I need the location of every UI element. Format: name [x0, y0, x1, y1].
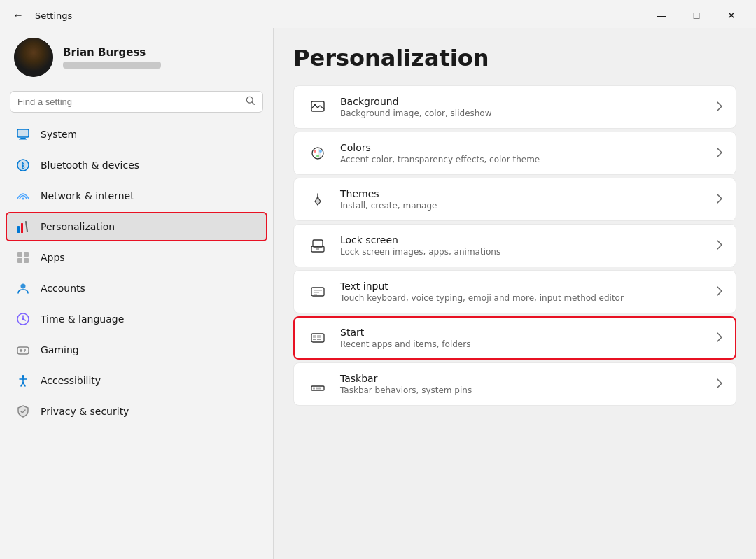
sidebar-item-time[interactable]: Time & language: [6, 304, 267, 334]
minimize-button[interactable]: —: [645, 4, 678, 27]
settings-item-themes[interactable]: ThemesInstall, create, manage: [293, 178, 736, 221]
sidebar-item-apps[interactable]: Apps: [6, 243, 267, 272]
svg-point-20: [22, 318, 24, 320]
chevron-icon-themes: [716, 193, 723, 206]
content-area: Personalization BackgroundBackground ima…: [274, 28, 756, 559]
settings-item-text-lockscreen: Lock screenLock screen images, apps, ani…: [340, 234, 705, 257]
svg-rect-10: [18, 226, 20, 233]
svg-rect-44: [312, 288, 324, 296]
svg-line-30: [23, 383, 25, 386]
svg-rect-5: [19, 139, 27, 140]
apps-icon: [15, 250, 31, 265]
svg-rect-3: [18, 129, 29, 137]
settings-item-colors[interactable]: ColorsAccent color, transparency effects…: [293, 132, 736, 175]
settings-item-text-textinput: Text inputTouch keyboard, voice typing, …: [340, 281, 705, 303]
settings-item-textinput[interactable]: Text inputTouch keyboard, voice typing, …: [293, 270, 736, 313]
sidebar-item-privacy[interactable]: Privacy & security: [6, 397, 267, 426]
settings-item-taskbar[interactable]: TaskbarTaskbar behaviors, system pins: [293, 362, 736, 406]
svg-point-36: [314, 150, 316, 153]
avatar-image: [14, 38, 53, 77]
settings-item-title-start: Start: [340, 327, 705, 338]
svg-point-39: [317, 197, 319, 199]
privacy-icon: [15, 404, 31, 419]
settings-item-desc-taskbar: Taskbar behaviors, system pins: [340, 385, 705, 395]
settings-item-lockscreen[interactable]: Lock screenLock screen images, apps, ani…: [293, 224, 736, 267]
svg-rect-55: [316, 388, 318, 390]
sidebar-nav: System ᛒ Bluetooth & devices Network & i…: [0, 120, 273, 552]
sidebar-item-accounts[interactable]: Accounts: [6, 274, 267, 303]
sidebar: Brian Burgess System ᛒ: [0, 28, 273, 559]
search-input[interactable]: [18, 97, 240, 107]
svg-rect-12: [18, 252, 22, 257]
close-button[interactable]: ✕: [715, 4, 748, 27]
sidebar-item-label-privacy: Privacy & security: [41, 406, 129, 417]
svg-point-37: [319, 150, 322, 153]
textinput-icon: [307, 281, 329, 303]
settings-item-text-start: StartRecent apps and items, folders: [340, 327, 705, 349]
accessibility-icon: [15, 373, 31, 388]
sidebar-item-network[interactable]: Network & internet: [6, 181, 267, 211]
settings-item-desc-lockscreen: Lock screen images, apps, animations: [340, 247, 705, 257]
sidebar-item-system[interactable]: System: [6, 120, 267, 149]
user-section: Brian Burgess: [0, 28, 273, 87]
svg-point-9: [22, 198, 24, 200]
accounts-icon: [15, 281, 31, 296]
network-icon: [15, 188, 31, 204]
settings-item-title-textinput: Text input: [340, 281, 705, 292]
settings-item-desc-start: Recent apps and items, folders: [340, 339, 705, 349]
sidebar-item-label-gaming: Gaming: [41, 344, 79, 355]
sidebar-item-accessibility[interactable]: Accessibility: [6, 366, 267, 395]
svg-rect-50: [317, 335, 321, 338]
svg-point-34: [314, 104, 316, 106]
settings-item-title-taskbar: Taskbar: [340, 373, 705, 384]
settings-item-desc-themes: Install, create, manage: [340, 201, 705, 211]
svg-rect-49: [313, 335, 316, 338]
sidebar-item-label-bluetooth: Bluetooth & devices: [41, 160, 139, 171]
start-icon: [307, 327, 329, 349]
window-title: Settings: [35, 10, 72, 21]
settings-item-start[interactable]: StartRecent apps and items, folders: [293, 316, 736, 360]
svg-line-1: [252, 102, 254, 104]
back-button[interactable]: ←: [8, 6, 28, 25]
settings-item-title-colors: Colors: [340, 142, 705, 153]
svg-point-24: [24, 349, 26, 351]
settings-item-title-background: Background: [340, 96, 705, 107]
sidebar-item-label-time: Time & language: [41, 313, 124, 325]
settings-item-text-themes: ThemesInstall, create, manage: [340, 188, 705, 211]
sidebar-item-bluetooth[interactable]: ᛒ Bluetooth & devices: [6, 150, 267, 180]
settings-item-desc-colors: Accent color, transparency effects, colo…: [340, 155, 705, 164]
maximize-button[interactable]: □: [680, 4, 713, 27]
time-icon: [15, 311, 31, 327]
settings-item-background[interactable]: BackgroundBackground image, color, slide…: [293, 85, 736, 129]
svg-rect-54: [313, 388, 315, 390]
svg-rect-15: [24, 258, 29, 263]
svg-rect-14: [18, 258, 22, 263]
background-icon: [307, 96, 329, 118]
settings-list: BackgroundBackground image, color, slide…: [293, 85, 736, 406]
sidebar-item-label-accounts: Accounts: [41, 283, 85, 294]
svg-text:ᛒ: ᛒ: [21, 162, 26, 171]
sidebar-item-personalization[interactable]: Personalization: [6, 212, 267, 241]
colors-icon: [307, 142, 329, 164]
user-name: Brian Burgess: [63, 46, 161, 59]
user-email-blurred: [63, 62, 161, 69]
settings-item-desc-background: Background image, color, slideshow: [340, 108, 705, 118]
svg-point-16: [21, 284, 26, 289]
personalization-icon: [15, 219, 31, 234]
svg-rect-56: [318, 388, 321, 390]
sidebar-item-label-network: Network & internet: [41, 190, 134, 201]
lockscreen-icon: [307, 234, 329, 257]
sidebar-item-gaming[interactable]: Gaming: [6, 335, 267, 365]
search-icon: [246, 96, 255, 108]
svg-rect-13: [24, 252, 29, 257]
svg-rect-42: [316, 248, 319, 250]
sidebar-item-label-system: System: [41, 129, 77, 140]
svg-rect-21: [18, 347, 29, 354]
chevron-icon-taskbar: [716, 378, 723, 391]
user-info: Brian Burgess: [63, 46, 161, 69]
settings-item-text-colors: ColorsAccent color, transparency effects…: [340, 142, 705, 164]
svg-point-38: [316, 155, 319, 157]
settings-item-desc-textinput: Touch keyboard, voice typing, emoji and …: [340, 293, 705, 303]
settings-item-text-taskbar: TaskbarTaskbar behaviors, system pins: [340, 373, 705, 395]
search-box[interactable]: [10, 91, 263, 113]
